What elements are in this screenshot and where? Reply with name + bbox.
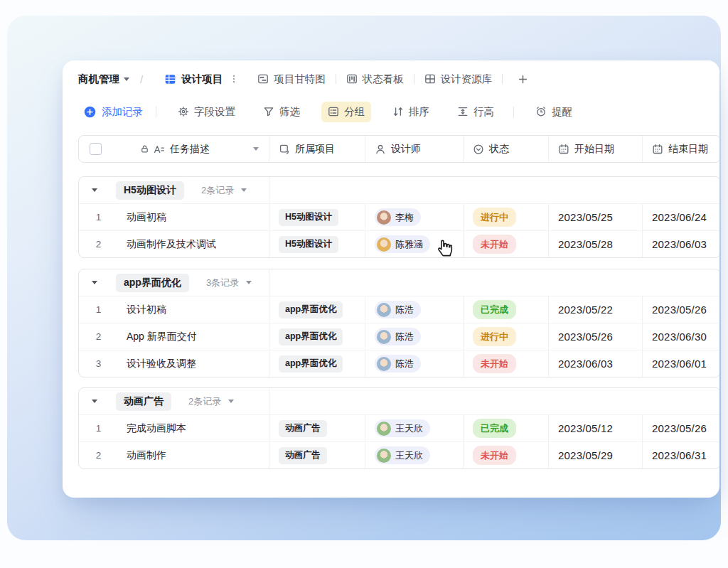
column-dropdown-icon[interactable] [253, 147, 259, 151]
start-date-cell[interactable]: 2023/05/26 [548, 323, 642, 350]
project-chip[interactable]: app界面优化 [279, 355, 343, 373]
task-cell[interactable]: 1动画初稿 [79, 204, 269, 230]
add-record-button[interactable]: 添加记录 [84, 105, 143, 119]
project-cell[interactable]: H5动图设计 [269, 204, 365, 230]
status-badge[interactable]: 已完成 [473, 300, 516, 319]
group-collapse-icon[interactable] [92, 281, 97, 284]
breadcrumb[interactable]: 商机管理 / [78, 73, 143, 86]
table-row[interactable]: 2动画制作动画广告王天欣未开始2023/05/292023/06/31 [79, 441, 719, 468]
start-date-cell[interactable]: 2023/05/28 [548, 231, 642, 257]
group-menu-icon[interactable] [228, 400, 234, 403]
table-row[interactable]: 3设计验收及调整app界面优化陈浩未开始2023/06/032023/06/01 [79, 350, 719, 377]
status-cell[interactable]: 进行中 [463, 204, 548, 230]
task-cell[interactable]: 1设计初稿 [79, 296, 269, 323]
task-cell[interactable]: 1完成动画脚本 [79, 415, 269, 441]
row-number[interactable]: 3 [79, 358, 118, 369]
designer-chip[interactable]: 王天欣 [375, 446, 430, 464]
tab-menu-icon[interactable] [229, 74, 239, 84]
select-all-checkbox[interactable] [90, 143, 102, 155]
project-cell[interactable]: app界面优化 [269, 350, 365, 377]
status-cell[interactable]: 进行中 [463, 323, 548, 350]
designer-cell[interactable]: 王天欣 [365, 442, 463, 468]
designer-chip[interactable]: 陈浩 [375, 328, 421, 345]
start-date-cell[interactable]: 2023/05/25 [548, 204, 642, 230]
designer-chip[interactable]: 陈浩 [375, 301, 421, 318]
status-cell[interactable]: 已完成 [463, 296, 548, 323]
project-cell[interactable]: 动画广告 [269, 442, 365, 468]
designer-chip[interactable]: 陈浩 [375, 355, 421, 373]
project-chip[interactable]: 动画广告 [279, 420, 327, 437]
status-badge[interactable]: 进行中 [473, 327, 516, 346]
designer-cell[interactable]: 王天欣 [365, 415, 463, 441]
status-cell[interactable]: 未开始 [463, 350, 548, 377]
row-number[interactable]: 1 [79, 212, 118, 223]
table-row[interactable]: 1设计初稿app界面优化陈浩已完成2023/05/222023/05/26 [79, 296, 719, 323]
designer-chip[interactable]: 王天欣 [375, 419, 430, 437]
project-chip[interactable]: app界面优化 [279, 328, 343, 345]
table-row[interactable]: 2动画制作及技术调试H5动图设计陈雅涵未开始2023/05/282023/06/… [79, 230, 719, 257]
project-cell[interactable]: app界面优化 [269, 323, 365, 350]
row-number[interactable]: 2 [79, 331, 118, 342]
view-tab-3[interactable]: 状态看板 [346, 73, 404, 86]
column-header-3[interactable]: 设计师 [365, 136, 463, 162]
view-tab-1[interactable]: 设计项目 [164, 73, 223, 86]
designer-chip[interactable]: 李梅 [375, 208, 421, 226]
status-badge[interactable]: 未开始 [473, 354, 516, 373]
designer-cell[interactable]: 陈浩 [365, 350, 463, 377]
project-cell[interactable]: H5动图设计 [269, 231, 365, 257]
designer-cell[interactable]: 陈浩 [365, 296, 463, 323]
start-date-cell[interactable]: 2023/05/12 [548, 415, 642, 441]
end-date-cell[interactable]: 2023/06/30 [642, 323, 719, 350]
designer-chip[interactable]: 陈雅涵 [375, 235, 430, 253]
end-date-cell[interactable]: 2023/06/01 [642, 350, 719, 377]
group-collapse-icon[interactable] [92, 400, 97, 403]
end-date-cell[interactable]: 2023/05/26 [642, 415, 719, 441]
table-row[interactable]: 2App 新界面交付app界面优化陈浩进行中2023/05/262023/06/… [79, 323, 719, 350]
table-row[interactable]: 1动画初稿H5动图设计李梅进行中2023/05/252023/06/24 [79, 203, 719, 230]
group-menu-icon[interactable] [241, 188, 247, 192]
view-tab-2[interactable]: 项目甘特图 [257, 73, 326, 86]
status-badge[interactable]: 未开始 [473, 446, 516, 465]
designer-cell[interactable]: 陈浩 [365, 323, 463, 350]
toolbar-button-funnel[interactable]: 筛选 [257, 102, 306, 122]
row-number[interactable]: 1 [79, 304, 118, 315]
task-cell[interactable]: 2动画制作及技术调试 [79, 231, 269, 257]
column-header-4[interactable]: 状态 [463, 136, 548, 162]
group-menu-icon[interactable] [246, 281, 252, 284]
status-cell[interactable]: 未开始 [463, 442, 548, 468]
status-badge[interactable]: 已完成 [473, 419, 516, 438]
start-date-cell[interactable]: 2023/06/03 [548, 350, 642, 377]
toolbar-button-group[interactable]: 分组 [321, 102, 371, 122]
project-chip[interactable]: H5动图设计 [279, 236, 338, 253]
status-cell[interactable]: 已完成 [463, 415, 548, 441]
column-header-5[interactable]: 开始日期 [548, 136, 642, 162]
designer-cell[interactable]: 陈雅涵 [365, 231, 463, 257]
row-number[interactable]: 1 [79, 423, 118, 434]
task-cell[interactable]: 2App 新界面交付 [79, 323, 269, 350]
task-cell[interactable]: 2动画制作 [79, 442, 269, 468]
toolbar-button-sort[interactable]: 排序 [386, 102, 436, 122]
row-number[interactable]: 2 [79, 450, 118, 461]
end-date-cell[interactable]: 2023/06/03 [642, 231, 719, 257]
project-chip[interactable]: 动画广告 [279, 447, 327, 464]
designer-cell[interactable]: 李梅 [365, 204, 463, 230]
project-cell[interactable]: 动画广告 [269, 415, 365, 441]
project-chip[interactable]: app界面优化 [279, 301, 343, 318]
toolbar-button-gear[interactable]: 字段设置 [171, 102, 242, 122]
end-date-cell[interactable]: 2023/05/26 [642, 296, 719, 323]
task-cell[interactable]: 3设计验收及调整 [79, 350, 269, 377]
end-date-cell[interactable]: 2023/06/24 [642, 204, 719, 230]
column-header-1[interactable]: 任务描述 [79, 136, 269, 162]
toolbar-button-alarm[interactable]: 提醒 [529, 102, 579, 122]
group-collapse-icon[interactable] [92, 188, 97, 192]
status-badge[interactable]: 进行中 [473, 208, 516, 227]
column-header-2[interactable]: 所属项目 [269, 136, 365, 162]
start-date-cell[interactable]: 2023/05/29 [548, 442, 642, 468]
status-cell[interactable]: 未开始 [463, 231, 548, 257]
view-tab-4[interactable]: 设计资源库 [424, 73, 493, 86]
status-badge[interactable]: 未开始 [473, 235, 516, 254]
chevron-down-icon[interactable] [124, 77, 129, 81]
project-chip[interactable]: H5动图设计 [279, 209, 338, 226]
table-row[interactable]: 1完成动画脚本动画广告王天欣已完成2023/05/122023/05/26 [79, 414, 719, 441]
toolbar-button-row-height[interactable]: 行高 [451, 102, 500, 122]
